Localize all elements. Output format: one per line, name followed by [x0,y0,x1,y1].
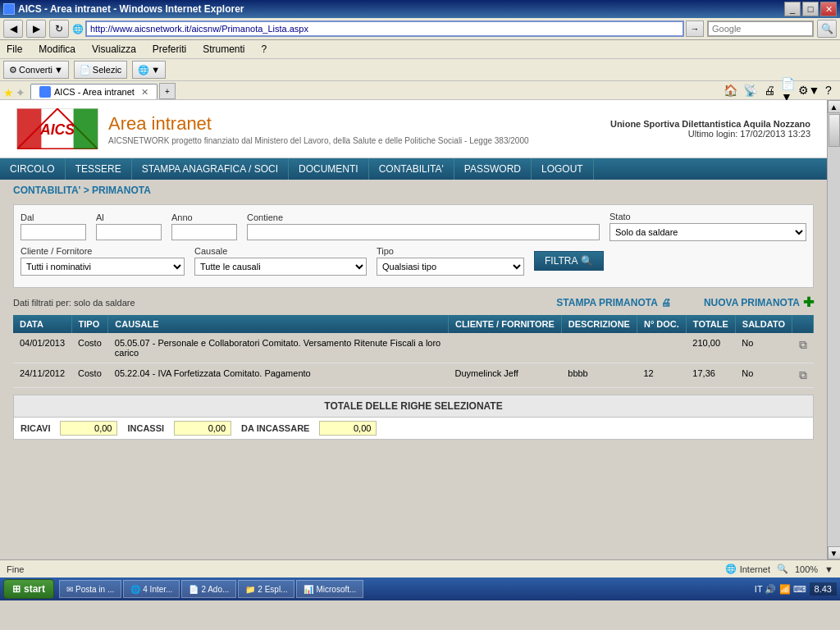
extra-icon: 🌐 [138,65,149,75]
nav-documenti[interactable]: DOCUMENTI [289,158,369,180]
minimize-button[interactable]: _ [784,2,801,16]
menu-strumenti[interactable]: Strumenti [199,42,248,57]
toolbar-extra[interactable]: 🌐 ▼ [132,61,166,79]
converti-button[interactable]: ⚙ Converti ▼ [3,61,69,79]
totals-header: TOTALE DELLE RIGHE SELEZIONATE [13,395,814,418]
filter-button[interactable]: FILTRA 🔍 [534,251,604,271]
menu-help[interactable]: ? [258,42,271,57]
copy-icon[interactable]: ⧉ [799,368,807,381]
scrollbar[interactable]: ▲ ▼ [827,100,840,559]
nav-menu: CIRCOLO TESSERE STAMPA ANAGRAFICA / SOCI… [0,158,827,180]
zoom-icon: 🔍 [777,564,788,574]
totals-area: TOTALE DELLE RIGHE SELEZIONATE RICAVI 0,… [13,395,814,440]
scroll-down-button[interactable]: ▼ [828,546,841,559]
menu-modifica[interactable]: Modifica [35,42,79,57]
cell-cliente: Duymelinck Jeff [448,363,561,388]
aics-logo: AICS [16,108,98,149]
address-input[interactable] [85,21,684,37]
scroll-thumb[interactable] [829,114,840,147]
main-content: AICS Area intranet AICSNETWORK progetto … [0,100,827,559]
search-input[interactable] [707,21,814,37]
page-menu-icon[interactable]: 📄▼ [781,83,797,98]
help-icon[interactable]: ? [820,83,837,98]
add-favorite-icon[interactable]: ✦ [16,86,25,99]
cell-causale: 05.05.07 - Personale e Collaboratori Com… [108,333,449,363]
cell-tipo: Costo [71,363,108,388]
zoom-dropdown[interactable]: ▼ [824,564,833,574]
tab-favicon [39,86,51,98]
new-tab-button[interactable]: + [159,83,176,99]
nav-logout[interactable]: LOGOUT [532,158,594,180]
col-saldato: SALDATO [735,315,792,333]
nav-tessere[interactable]: TESSERE [66,158,132,180]
favorite-star-icon[interactable]: ★ [3,86,14,99]
status-text: Fine [7,564,24,574]
address-bar-row: ◀ ▶ ↻ 🌐 → 🔍 [0,18,840,40]
nav-circolo[interactable]: CIRCOLO [0,158,66,180]
print-icon[interactable]: 🖨 [761,83,778,98]
taskbar-app-button[interactable]: ✉Posta in ... [59,580,121,598]
selezic-icon: 📄 [80,65,91,75]
tab-bar: ★ ✦ AICS - Area intranet ✕ + 🏠 📡 🖨 📄▼ ⚙▼… [0,81,840,100]
rss-icon[interactable]: 📡 [742,83,758,98]
col-ndoc: N° DOC. [637,315,686,333]
data-table: DATA TIPO CAUSALE CLIENTE / FORNITORE DE… [13,315,814,388]
zoom-level: 100% [795,564,818,574]
menu-file[interactable]: File [3,42,25,57]
cell-copy[interactable]: ⧉ [792,333,814,363]
al-input[interactable] [96,224,162,240]
go-button[interactable]: → [686,21,704,37]
taskbar-app-button[interactable]: 🌐4 Inter... [123,580,180,598]
anno-label: Anno [171,212,237,222]
back-button[interactable]: ◀ [3,20,23,38]
anno-input[interactable] [171,224,237,240]
org-name: Unione Sportiva Dilettantistica Aquila N… [610,119,810,129]
dal-input[interactable] [21,224,86,240]
converti-dropdown[interactable]: ▼ [54,65,63,75]
menu-preferiti[interactable]: Preferiti [149,42,189,57]
nav-password[interactable]: PASSWORD [454,158,532,180]
search-go-button[interactable]: 🔍 [817,20,837,38]
svg-rect-3 [74,109,98,149]
tipo-select[interactable]: Qualsiasi tipo [377,258,524,276]
col-descrizione: DESCRIZIONE [561,315,637,333]
toolbars-row: ⚙ Converti ▼ 📄 Selezic 🌐 ▼ [0,59,840,81]
nav-stampa[interactable]: STAMPA ANAGRAFICA / SOCI [132,158,289,180]
taskbar-app-button[interactable]: 📁2 Espl... [238,580,294,598]
scroll-track[interactable] [828,113,841,546]
tools-menu-icon[interactable]: ⚙▼ [801,83,817,98]
breadcrumb-parent[interactable]: CONTABILITA' [13,185,80,196]
cell-data: 04/01/2013 [13,333,71,363]
cliente-select[interactable]: Tutti i nominativi [21,258,185,276]
start-button[interactable]: ⊞ start [3,579,54,599]
menu-visualizza[interactable]: Visualizza [89,42,139,57]
col-causale: CAUSALE [108,315,449,333]
home-icon[interactable]: 🏠 [722,83,738,98]
col-tipo: TIPO [71,315,108,333]
contiene-input[interactable] [247,224,600,240]
causale-select[interactable]: Tutte le causali [194,258,367,276]
selezic-button[interactable]: 📄 Selezic [74,61,127,79]
stato-select[interactable]: Solo da saldare Tutti Saldato [609,223,806,241]
tab-aics[interactable]: AICS - Area intranet ✕ [30,84,158,99]
taskbar-app-button[interactable]: 📊Microsoft... [296,580,363,598]
nuova-primanota-link[interactable]: NUOVA PRIMANOTA ✚ [704,294,814,310]
scroll-up-button[interactable]: ▲ [828,100,841,113]
aics-title: Area intranet [108,113,529,135]
forward-button[interactable]: ▶ [26,20,46,38]
nav-contabilita[interactable]: CONTABILITA' [369,158,454,180]
table-row: 04/01/2013 Costo 05.05.07 - Personale e … [13,333,814,363]
converti-icon: ⚙ [9,65,17,75]
window-title: AICS - Area intranet - Windows Internet … [18,3,244,15]
taskbar-app-button[interactable]: 📄2 Ado... [181,580,236,598]
copy-icon[interactable]: ⧉ [799,338,807,351]
refresh-button[interactable]: ↻ [49,20,69,38]
filter-description: Dati filtrati per: solo da saldare [13,298,135,308]
cell-descrizione [561,333,637,363]
cell-copy[interactable]: ⧉ [792,363,814,388]
stampa-primanota-link[interactable]: STAMPA PRIMANOTA 🖨 [556,294,671,310]
close-button[interactable]: ✕ [820,2,837,16]
tab-close-icon[interactable]: ✕ [141,87,148,98]
tipo-label: Tipo [377,246,524,256]
maximize-button[interactable]: □ [802,2,819,16]
